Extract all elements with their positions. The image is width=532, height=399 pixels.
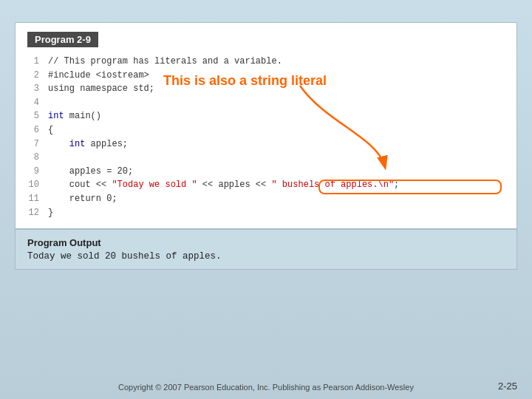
slide-container: Program 2-9 1 2 3 4 5 6 7 8 9 10 11 12 /… xyxy=(15,22,517,270)
line-num: 9 xyxy=(27,165,39,179)
code-line-9: apples = 20; xyxy=(48,165,505,179)
line-num: 6 xyxy=(27,123,39,137)
code-line-4 xyxy=(48,96,505,110)
code-line-8 xyxy=(48,151,505,165)
string-highlight xyxy=(318,180,502,194)
output-box: Program Output Today we sold 20 bushels … xyxy=(15,229,517,270)
code-box: Program 2-9 1 2 3 4 5 6 7 8 9 10 11 12 /… xyxy=(15,22,517,229)
program-title: Program 2-9 xyxy=(27,32,98,47)
line-num: 10 xyxy=(27,178,39,192)
line-num: 3 xyxy=(27,82,39,96)
output-title: Program Output xyxy=(27,237,505,248)
line-num: 5 xyxy=(27,109,39,123)
code-line-1: // This program has literals and a varia… xyxy=(48,55,505,69)
line-num: 4 xyxy=(27,96,39,110)
line-numbers: 1 2 3 4 5 6 7 8 9 10 11 12 xyxy=(27,55,48,219)
code-line-12: } xyxy=(48,206,505,220)
line-num: 1 xyxy=(27,55,39,69)
code-line-7: int apples; xyxy=(48,137,505,151)
line-num: 2 xyxy=(27,69,39,83)
annotation-text: This is also a string literal xyxy=(163,73,327,89)
output-text: Today we sold 20 bushels of apples. xyxy=(27,251,505,262)
code-line-5: int main() xyxy=(48,109,505,123)
line-num: 7 xyxy=(27,137,39,151)
code-line-6: { xyxy=(48,123,505,137)
line-num: 8 xyxy=(27,151,39,165)
copyright-text: Copyright © 2007 Pearson Education, Inc.… xyxy=(0,383,532,392)
line-num: 11 xyxy=(27,192,39,206)
line-num: 12 xyxy=(27,206,39,220)
